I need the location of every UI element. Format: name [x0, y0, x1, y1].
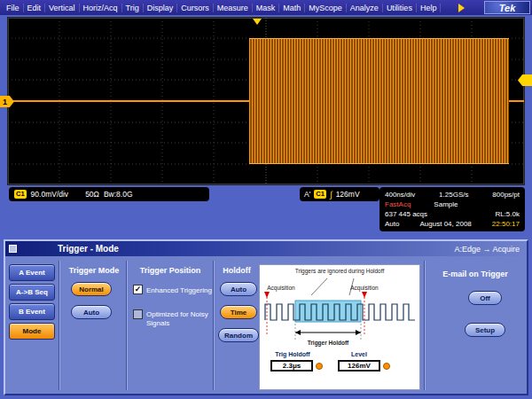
menu-vertical[interactable]: Vertical — [45, 4, 80, 12]
menu-help[interactable]: Help — [417, 4, 442, 12]
menu-edit[interactable]: Edit — [24, 4, 46, 12]
channel1-impedance: 50Ω — [85, 190, 99, 199]
time: 22:50:17 — [492, 219, 520, 229]
holdoff-auto-button[interactable]: Auto — [220, 282, 257, 296]
enhanced-triggering-checkbox[interactable]: ✓ — [133, 285, 143, 294]
tab-b-event[interactable]: B Event — [9, 303, 55, 320]
trigger-position-icon[interactable] — [253, 19, 262, 25]
menu-display[interactable]: Display — [144, 4, 178, 12]
optimized-noisy-label: Optimized for Noisy Signals — [146, 310, 217, 328]
trigger-context: A:Edge → Acquire — [454, 245, 520, 254]
trigger-holdoff-span-label: Trigger Holdoff — [295, 340, 361, 346]
holdoff-random-button[interactable]: Random — [218, 328, 259, 342]
trigger-prefix: A' — [304, 190, 310, 199]
acquisition-left-label: Acquisition — [262, 285, 301, 291]
menu-utilities[interactable]: Utilities — [383, 4, 417, 12]
menu-trig[interactable]: Trig — [122, 4, 144, 12]
resolution: 800ps/pt — [492, 190, 520, 200]
channel1-bandwidth: Bw:8.0G — [104, 190, 133, 199]
trigger-mode-label: Trigger Mode — [62, 266, 126, 275]
tek-logo: Tek — [484, 1, 530, 14]
callout-marker-icon — [383, 363, 390, 370]
trigger-slope-icon: ∫ — [330, 190, 332, 200]
window-title: Trigger - Mode — [58, 244, 119, 254]
menu-measure[interactable]: Measure — [214, 4, 253, 12]
acq-count: 637 445 acqs — [385, 209, 427, 219]
email-on-trigger-label: E-mail on Trigger — [426, 270, 525, 278]
enhanced-triggering-label: Enhanced Triggering — [146, 286, 215, 295]
window-icon — [9, 245, 17, 253]
trigger-level-readout: 126mV — [336, 190, 360, 199]
trigger-window-titlebar: Trigger - Mode A:Edge → Acquire — [5, 241, 527, 256]
timebase: 400ns/div — [385, 190, 415, 200]
level-field-label: Level — [338, 351, 380, 357]
trigger-mode-normal-button[interactable]: Normal — [71, 282, 112, 296]
holdoff-time-button[interactable]: Time — [220, 305, 257, 319]
sample-rate: 1.25GS/s — [439, 190, 468, 200]
channel1-badge: C1 — [14, 190, 27, 199]
menu-analyze[interactable]: Analyze — [347, 4, 383, 12]
channel1-scale: 90.0mV/div — [31, 190, 69, 199]
trig-holdoff-value-field[interactable]: 2.3μs — [270, 360, 313, 372]
acquisition-info-panel: 400ns/div 1.25GS/s 800ps/pt FastAcq Samp… — [379, 187, 525, 231]
record-length: RL:5.0k — [495, 209, 520, 219]
menu-math[interactable]: Math — [279, 4, 305, 12]
play-arrow-icon[interactable] — [458, 4, 465, 12]
tab-a-event[interactable]: A Event — [9, 264, 55, 281]
menu-myscope[interactable]: MyScope — [305, 4, 347, 12]
holdoff-diagram: Triggers are ignored during Holdoff Acqu… — [259, 264, 420, 390]
trigger-position-label: Trigger Position — [128, 266, 213, 275]
callout-marker-icon — [316, 363, 323, 370]
menu-mask[interactable]: Mask — [253, 4, 280, 12]
acquisition-right-label: Acquisition — [345, 285, 384, 291]
fastacq-status: FastAcq — [385, 200, 411, 209]
menu-cursors[interactable]: Cursors — [177, 4, 214, 12]
menu-horiz-acq[interactable]: Horiz/Acq — [80, 4, 122, 12]
trigger-mode-auto-button[interactable]: Auto — [71, 305, 112, 319]
email-setup-button[interactable]: Setup — [465, 323, 505, 337]
trigger-source-badge: C1 — [314, 190, 326, 199]
burst-waveform — [249, 38, 509, 164]
email-off-button[interactable]: Off — [468, 291, 502, 305]
waveform-display[interactable] — [7, 17, 525, 185]
holdoff-note: Triggers are ignored during Holdoff — [260, 268, 419, 274]
separator — [59, 261, 60, 390]
trig-holdoff-field-label: Trig Holdoff — [269, 351, 317, 357]
separator — [424, 261, 426, 390]
menu-bar: File Edit Vertical Horiz/Acq Trig Displa… — [0, 0, 532, 15]
separator — [126, 261, 128, 390]
trigger-readout: A' C1 ∫ 126mV — [300, 187, 379, 201]
trigger-window: Trigger - Mode A:Edge → Acquire A Event … — [4, 239, 528, 395]
tab-ab-seq[interactable]: A->B Seq — [9, 284, 55, 301]
level-value-field[interactable]: 126mV — [338, 360, 380, 372]
optimized-noisy-checkbox[interactable] — [133, 309, 143, 319]
date: August 04, 2008 — [420, 219, 472, 229]
acq-mode: Sample — [434, 200, 458, 209]
holdoff-label: Holdoff — [215, 266, 259, 275]
tab-mode[interactable]: Mode — [9, 323, 55, 340]
trigger-mode-status: Auto — [385, 219, 399, 229]
channel1-readout: C1 90.0mV/div 50Ω Bw:8.0G — [9, 187, 209, 201]
menu-file[interactable]: File — [3, 4, 24, 12]
